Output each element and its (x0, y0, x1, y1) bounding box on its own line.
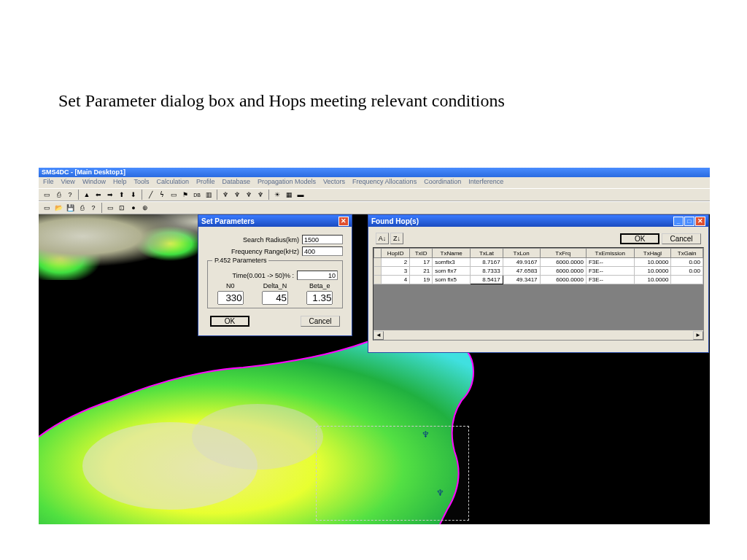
cell-txlat[interactable]: 8.7333 (471, 267, 503, 276)
beta-e-input[interactable] (306, 291, 333, 305)
cell-txgain[interactable]: 0.00 (671, 258, 703, 267)
cell-txemission[interactable]: F3E-- (586, 276, 634, 284)
arrow-left-icon[interactable]: ⬅ (93, 190, 104, 200)
cell-txlat[interactable]: 8.5417 (471, 276, 503, 284)
cell-txlon[interactable]: 49.9167 (503, 258, 540, 267)
box2-icon[interactable]: ▬ (295, 190, 306, 200)
line-icon[interactable]: ╱ (145, 190, 155, 200)
cell-txgain[interactable]: 0.00 (671, 267, 703, 276)
cell-txfrq[interactable]: 6000.0000 (540, 267, 586, 276)
target-icon[interactable]: ⊕ (140, 203, 150, 213)
cell-txlon[interactable]: 47.6583 (503, 267, 540, 276)
scroll-left-icon[interactable]: ◄ (374, 331, 384, 340)
help2-icon[interactable]: ? (88, 203, 98, 213)
dot-icon[interactable]: ⊡ (117, 203, 127, 213)
row-selector[interactable] (374, 267, 382, 276)
menu-calculation[interactable]: Calculation (156, 178, 189, 187)
hops-table[interactable]: HopID TxID TxName TxLat TxLon TxFrq TxEm… (374, 248, 703, 284)
menu-profile[interactable]: Profile (196, 178, 215, 187)
maximize-icon[interactable]: □ (684, 217, 694, 226)
menu-vectors[interactable]: Vectors (323, 178, 345, 187)
circle-icon[interactable]: ● (128, 203, 139, 213)
new2-icon[interactable]: ▭ (42, 203, 52, 213)
box1-icon[interactable]: ▦ (284, 190, 294, 200)
arrow-right-icon[interactable]: ➡ (105, 190, 115, 200)
rect-icon[interactable]: ▭ (169, 190, 179, 200)
cell-txname[interactable]: som fix5 (433, 276, 471, 284)
help-icon[interactable]: ? (65, 190, 75, 200)
menu-view[interactable]: View (61, 178, 75, 187)
station3-icon[interactable]: ♆ (244, 190, 254, 200)
row-selector[interactable] (374, 276, 382, 284)
cell-hopid[interactable]: 4 (382, 276, 410, 284)
menu-coordination[interactable]: Coordination (424, 178, 461, 187)
station2-icon[interactable]: ♆ (232, 190, 242, 200)
arrow-down-icon[interactable]: ⬇ (128, 190, 139, 200)
rect2-icon[interactable]: ▭ (105, 203, 115, 213)
station1-icon[interactable]: ♆ (220, 190, 231, 200)
menu-database[interactable]: Database (222, 178, 250, 187)
col-txgain[interactable]: TxGain (671, 249, 703, 258)
print-icon[interactable]: ⎙ (53, 190, 63, 200)
table-row[interactable]: 321som fix78.733347.65836000.0000F3E--10… (374, 267, 703, 276)
freq-range-input[interactable] (302, 246, 343, 256)
cell-txname[interactable]: som fix7 (433, 267, 471, 276)
minimize-icon[interactable]: _ (673, 217, 684, 226)
sort-asc-icon[interactable]: A↓ (376, 233, 389, 244)
cell-hopid[interactable]: 2 (382, 258, 410, 267)
new-icon[interactable]: ▭ (42, 190, 52, 200)
cell-txfrq[interactable]: 6000.0000 (540, 258, 586, 267)
col-txhagl[interactable]: TxHagl (634, 249, 671, 258)
station-marker-1[interactable]: ♆ (422, 429, 430, 440)
menu-help[interactable]: Help (113, 178, 127, 187)
menu-tools[interactable]: Tools (133, 178, 149, 187)
printer2-icon[interactable]: ⎙ (77, 203, 87, 213)
scroll-right-icon[interactable]: ► (693, 331, 703, 340)
map-area[interactable]: ♆ ♆ Set Parameters ✕ Search Radius(km) F… (39, 214, 710, 524)
cell-txid[interactable]: 17 (410, 258, 433, 267)
clear-icon[interactable]: ▥ (204, 190, 214, 200)
menu-window[interactable]: Window (82, 178, 106, 187)
col-txfrq[interactable]: TxFrq (540, 249, 586, 258)
close-hops-icon[interactable]: ✕ (695, 217, 705, 226)
search-radius-input[interactable] (302, 235, 343, 244)
db-icon[interactable]: DB (192, 190, 202, 200)
close-icon[interactable]: ✕ (338, 217, 349, 226)
cell-txemission[interactable]: F3E-- (586, 258, 634, 267)
cell-txhagl[interactable]: 10.0000 (634, 267, 671, 276)
cell-txid[interactable]: 19 (410, 276, 433, 284)
flag-icon[interactable]: ⚑ (180, 190, 190, 200)
sort-desc-icon[interactable]: Z↓ (390, 233, 403, 244)
pointer-icon[interactable]: ▲ (82, 190, 92, 200)
menu-interference[interactable]: Interference (468, 178, 503, 187)
station4-icon[interactable]: ♆ (255, 190, 266, 200)
ok-button[interactable]: OK (210, 316, 249, 327)
station-marker-2[interactable]: ♆ (436, 488, 444, 498)
table-row[interactable]: 419som fix58.541749.34176000.0000F3E--10… (374, 276, 703, 284)
col-txname[interactable]: TxName (433, 249, 471, 258)
menu-propagation[interactable]: Propagation Models (258, 178, 316, 187)
cell-txname[interactable]: somfix3 (433, 258, 471, 267)
arrow-up-icon[interactable]: ⬆ (117, 190, 127, 200)
col-txid[interactable]: TxID (410, 249, 433, 258)
col-txlon[interactable]: TxLon (503, 249, 540, 258)
col-txemission[interactable]: TxEmission (586, 249, 634, 258)
horizontal-scrollbar[interactable]: ◄ ► (374, 330, 703, 340)
cell-txemission[interactable]: F3E-- (586, 267, 634, 276)
cell-txhagl[interactable]: 10.0000 (634, 276, 671, 284)
hops-ok-button[interactable]: OK (620, 233, 659, 244)
delta-n-input[interactable] (262, 291, 288, 305)
cell-txlat[interactable]: 8.7167 (471, 258, 503, 267)
save-icon[interactable]: 💾 (65, 203, 75, 213)
n0-input[interactable] (217, 291, 244, 305)
cell-txhagl[interactable]: 10.0000 (634, 258, 671, 267)
cell-txid[interactable]: 21 (410, 267, 433, 276)
cell-txfrq[interactable]: 6000.0000 (540, 276, 586, 284)
cancel-button[interactable]: Cancel (301, 316, 340, 327)
row-selector[interactable] (374, 258, 382, 267)
time-input[interactable] (297, 271, 338, 280)
col-txlat[interactable]: TxLat (471, 249, 503, 258)
open-icon[interactable]: 📂 (53, 203, 63, 213)
bolt-icon[interactable]: ϟ (157, 190, 167, 200)
col-hopid[interactable]: HopID (382, 249, 410, 258)
